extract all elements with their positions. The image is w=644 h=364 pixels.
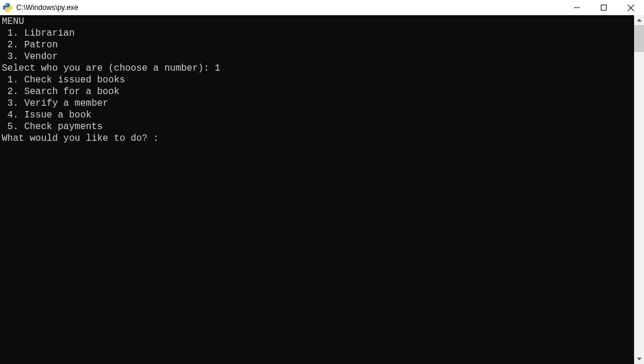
terminal-line: What would you like to do? : [2,133,632,144]
terminal-output[interactable]: MENU 1. Librarian 2. Patron 3. VendorSel… [0,15,634,364]
terminal-line: Select who you are (choose a number): 1 [2,63,632,74]
vertical-scrollbar[interactable] [634,15,644,364]
terminal-line: 3. Verify a member [2,98,632,109]
svg-rect-0 [601,5,607,11]
scroll-thumb[interactable] [634,25,644,52]
terminal-line: 2. Search for a book [2,86,632,98]
titlebar[interactable]: C:\Windows\py.exe [0,0,644,15]
console-window: C:\Windows\py.exe MENU 1. Librarian 2. P… [0,0,644,364]
content-area: MENU 1. Librarian 2. Patron 3. VendorSel… [0,15,644,364]
terminal-line: 1. Check issued books [2,74,632,86]
terminal-line: 2. Patron [2,39,632,51]
terminal-line: 4. Issue a book [2,109,632,121]
titlebar-left: C:\Windows\py.exe [0,2,78,13]
scroll-track[interactable] [634,25,644,354]
window-controls [563,0,644,15]
python-icon [2,2,13,13]
terminal-line: 1. Librarian [2,27,632,39]
scroll-up-arrow[interactable] [634,15,644,25]
minimize-button[interactable] [563,0,590,15]
scroll-down-arrow[interactable] [634,354,644,364]
window-title: C:\Windows\py.exe [16,4,78,12]
maximize-button[interactable] [590,0,617,15]
terminal-line: 3. Vendor [2,51,632,63]
close-button[interactable] [617,0,644,15]
terminal-line: 5. Check payments [2,121,632,133]
terminal-line: MENU [2,16,632,27]
